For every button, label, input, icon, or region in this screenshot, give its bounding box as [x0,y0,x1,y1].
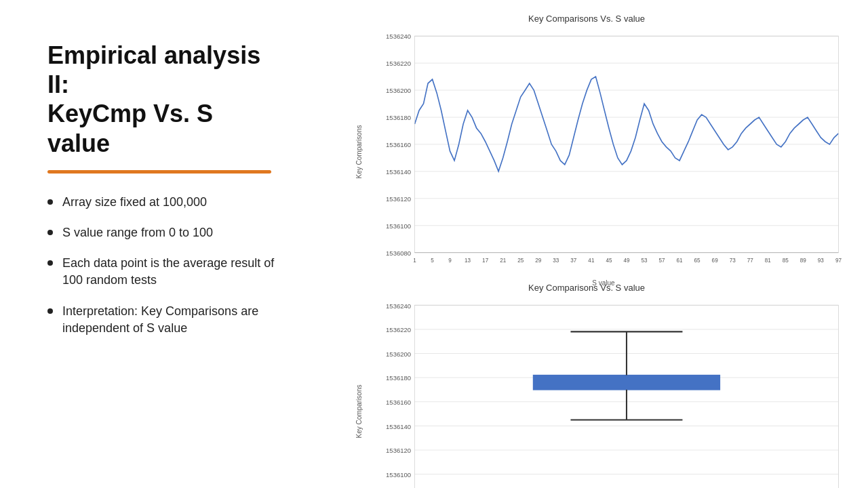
svg-text:1536120: 1536120 [386,195,412,203]
bullet-text-1: Array size fixed at 100,000 [62,194,207,211]
svg-text:65: 65 [694,257,701,264]
svg-text:53: 53 [641,257,647,264]
bullet-dot-2 [47,230,53,235]
left-panel: Empirical analysis II: KeyCmp Vs. S valu… [0,0,312,488]
svg-text:41: 41 [588,257,594,264]
chart2-title: Key Comparisons Vs. S value [326,283,848,293]
svg-text:21: 21 [500,257,506,264]
svg-text:5: 5 [431,257,434,264]
svg-text:93: 93 [818,257,824,264]
svg-text:1536160: 1536160 [386,399,412,406]
svg-text:13: 13 [465,257,471,264]
bullet-text-3: Each data point is the average result of… [62,255,278,289]
svg-text:69: 69 [712,257,718,264]
bullet-dot-4 [47,308,53,314]
svg-rect-63 [533,375,719,390]
svg-text:89: 89 [800,257,806,264]
svg-text:45: 45 [606,257,612,264]
svg-text:1: 1 [413,257,416,264]
bullet-item-3: Each data point is the average result of… [47,255,278,289]
slide-title: Empirical analysis II: KeyCmp Vs. S valu… [47,41,278,158]
svg-text:1536120: 1536120 [386,447,412,454]
svg-text:33: 33 [553,257,559,264]
svg-text:1536220: 1536220 [386,60,412,67]
title-line2: KeyCmp Vs. S value [47,100,213,157]
chart1-title: Key Comparisons Vs. S value [326,14,848,24]
bullet-item-2: S value range from 0 to 100 [47,224,278,241]
svg-text:81: 81 [765,257,771,264]
bullet-text-4: Interpretation: Key Comparisons are inde… [62,303,278,337]
svg-text:85: 85 [783,257,789,264]
svg-text:1536200: 1536200 [386,350,412,358]
svg-text:1536180: 1536180 [386,114,412,121]
svg-text:49: 49 [623,257,629,264]
chart1-container: Key Comparisons Vs. S value Key Comparis… [326,14,848,276]
bullet-item-1: Array size fixed at 100,000 [47,194,278,211]
svg-text:29: 29 [535,257,541,264]
svg-text:37: 37 [570,257,576,264]
svg-text:9: 9 [448,257,452,264]
svg-text:1536100: 1536100 [386,471,412,479]
svg-text:97: 97 [835,257,842,264]
svg-text:73: 73 [730,257,736,264]
svg-text:1536140: 1536140 [386,423,412,430]
svg-text:61: 61 [677,257,683,264]
title-line1: Empirical analysis II: [47,41,260,98]
svg-text:1536220: 1536220 [386,326,412,333]
svg-text:1536100: 1536100 [386,222,412,230]
svg-text:57: 57 [659,257,665,264]
svg-text:1536160: 1536160 [386,141,412,148]
svg-text:1536240: 1536240 [386,302,412,310]
svg-text:1536080: 1536080 [386,249,412,257]
box-chart-svg: 1536080153610015361201536140153616015361… [359,296,848,488]
svg-text:1536140: 1536140 [386,168,412,176]
svg-text:17: 17 [482,257,488,264]
svg-text:1536200: 1536200 [386,87,412,94]
bullet-text-2: S value range from 0 to 100 [62,224,213,241]
title-divider [47,170,271,174]
svg-text:77: 77 [747,257,753,264]
svg-text:25: 25 [517,257,524,264]
line-chart-svg: 1536080153610015361201536140153616015361… [359,26,848,277]
chart2-container: Key Comparisons Vs. S value Key Comparis… [326,283,848,488]
svg-text:1536180: 1536180 [386,374,412,382]
bullet-item-4: Interpretation: Key Comparisons are inde… [47,303,278,337]
bullet-list: Array size fixed at 100,000 S value rang… [47,194,278,337]
bullet-dot-1 [47,199,53,205]
right-panel: Key Comparisons Vs. S value Key Comparis… [312,0,868,488]
bullet-dot-3 [47,260,53,266]
svg-text:1536240: 1536240 [386,33,412,40]
